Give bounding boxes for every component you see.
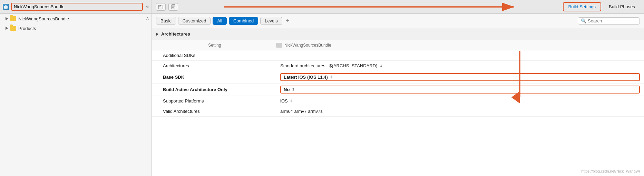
sidebar-item-label: NickWangSourcesBundle xyxy=(18,16,69,21)
filter-levels-btn[interactable]: Levels xyxy=(260,17,282,25)
table-row: Build Active Architecture OnlyNo⇕ xyxy=(152,84,644,96)
filter-all-btn[interactable]: All xyxy=(213,17,226,25)
sidebar-header[interactable]: NickWangSourcesBundle M xyxy=(0,0,152,14)
stepper-icon[interactable]: ⇕ xyxy=(330,75,333,79)
project-icon xyxy=(3,4,9,10)
value-col-header: NickWangSourcesBundle xyxy=(273,43,640,48)
value-col-label: NickWangSourcesBundle xyxy=(284,43,331,48)
project-title: NickWangSourcesBundle xyxy=(11,3,143,11)
sidebar-item-badge: A xyxy=(146,17,149,21)
sidebar-item-label: Products xyxy=(18,26,36,31)
table-row: Valid Architecturesarm64 armv7 armv7s xyxy=(152,106,644,117)
target-icon xyxy=(276,43,282,48)
project-badge: M xyxy=(146,5,149,9)
row-label: Build Active Architecture Only xyxy=(163,87,280,92)
filter-basic-btn[interactable]: Basic xyxy=(156,17,176,25)
architectures-section-header: Architectures xyxy=(152,28,644,40)
stepper-icon[interactable]: ⇕ xyxy=(380,64,382,68)
sidebar-item-bundle[interactable]: NickWangSourcesBundle A xyxy=(0,14,152,23)
row-label: Additional SDKs xyxy=(163,53,280,58)
table-row: Supported PlatformsiOS⇕ xyxy=(152,96,644,106)
table-row: Additional SDKs xyxy=(152,50,644,61)
folder-icon xyxy=(10,16,16,21)
file-icon-btn[interactable] xyxy=(168,3,178,11)
folder-icon-btn[interactable] xyxy=(156,3,166,11)
sidebar: NickWangSourcesBundle M NickWangSourcesB… xyxy=(0,0,152,176)
stepper-icon[interactable]: ⇕ xyxy=(290,99,293,103)
row-value: arm64 armv7 armv7s xyxy=(280,109,640,114)
build-phases-button[interactable]: Build Phases xyxy=(604,3,640,11)
row-label: Base SDK xyxy=(163,75,280,80)
row-value: iOS⇕ xyxy=(280,98,640,104)
search-icon: 🔍 xyxy=(581,18,586,23)
setting-col-header: Setting xyxy=(156,43,273,48)
filter-add-btn[interactable]: + xyxy=(286,17,290,25)
filter-customized-btn[interactable]: Customized xyxy=(178,17,211,25)
svg-rect-1 xyxy=(5,5,7,6)
row-value: Standard architectures - $(ARCHS_STANDAR… xyxy=(280,63,640,68)
section-title: Architectures xyxy=(161,31,190,37)
section-expand-icon xyxy=(156,32,158,36)
row-label: Architectures xyxy=(163,63,280,68)
filter-bar: Basic Customized All Combined Levels + 🔍 xyxy=(152,14,644,28)
row-label: Supported Platforms xyxy=(163,98,280,104)
main-content: Build Settings Build Phases Basic Custom… xyxy=(152,0,644,176)
search-input[interactable] xyxy=(588,18,637,23)
watermark: https://blog.csdn.net/Nick_Wang94 xyxy=(581,169,640,173)
build-settings-button[interactable]: Build Settings xyxy=(563,2,602,11)
toolbar: Build Settings Build Phases xyxy=(152,0,644,14)
row-value[interactable]: Latest iOS (iOS 11.4)⇕ xyxy=(280,73,640,81)
table-header: Setting NickWangSourcesBundle xyxy=(152,40,644,50)
row-label: Valid Architectures xyxy=(163,109,280,114)
table-row: Base SDKLatest iOS (iOS 11.4)⇕ xyxy=(152,71,644,84)
search-box[interactable]: 🔍 xyxy=(578,17,640,25)
folder-icon xyxy=(10,26,16,31)
row-value[interactable]: No⇕ xyxy=(280,86,640,94)
table-row: ArchitecturesStandard architectures - $(… xyxy=(152,61,644,71)
stepper-icon[interactable]: ⇕ xyxy=(292,88,294,91)
sidebar-item-products[interactable]: Products xyxy=(0,23,152,33)
content-area: Architectures Setting NickWangSourcesBun… xyxy=(152,28,644,176)
svg-rect-0 xyxy=(4,6,8,9)
filter-combined-btn[interactable]: Combined xyxy=(229,17,258,25)
expand-triangle-icon xyxy=(6,17,8,20)
expand-triangle-icon xyxy=(6,27,8,30)
table-body: Additional SDKsArchitecturesStandard arc… xyxy=(152,50,644,117)
